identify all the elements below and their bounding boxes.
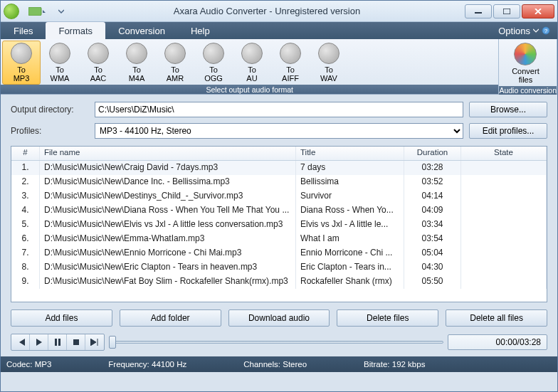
menu-files[interactable]: Files (1, 22, 46, 39)
next-icon (90, 339, 99, 346)
cell-file: D:\Music\Music\New\Dance Inc. - Bellissi… (40, 175, 296, 189)
ribbon-caption-conversion: Audio conversion (499, 86, 557, 95)
qat-customize[interactable] (53, 6, 69, 16)
output-directory-input[interactable] (95, 102, 463, 117)
ribbon-group-formats: To MP3To WMATo AACTo M4ATo AMRTo OGGTo A… (1, 39, 499, 94)
next-button[interactable] (85, 334, 104, 350)
seek-slider[interactable] (109, 334, 443, 350)
col-title[interactable]: Title (296, 147, 404, 160)
cell-file: D:\Music\Music\New\Elvis vs Jxl - A litt… (40, 218, 296, 232)
cell-n: 3. (11, 189, 40, 203)
profiles-select[interactable]: MP3 - 44100 Hz, Stereo (95, 123, 463, 139)
slider-rail (109, 341, 443, 344)
format-label: To WAV (320, 65, 337, 83)
aac-icon (88, 43, 109, 64)
ogg-icon (203, 43, 224, 64)
col-filename[interactable]: File name (40, 147, 296, 160)
cell-title: Survivor (296, 189, 404, 203)
mp3-icon (11, 43, 32, 64)
format-mp3-button[interactable]: To MP3 (2, 41, 41, 85)
browse-button[interactable]: Browse... (469, 102, 547, 117)
window-title: Axara Audio Converter - Unregistered ver… (69, 6, 465, 16)
minimize-icon (475, 9, 482, 14)
table-row[interactable]: 7.D:\Music\Music\New\Ennio Morricone - C… (11, 246, 547, 260)
cell-title: Ennio Morricone - Chi ... (296, 246, 404, 260)
format-label: To MP3 (14, 65, 30, 83)
table-row[interactable]: 3.D:\Music\Music\New\Destinys_Child_-_Su… (11, 189, 547, 203)
table-row[interactable]: 1.D:\Music\Music\New\Craig David - 7days… (11, 161, 547, 175)
table-row[interactable]: 4.D:\Music\Music\New\Diana Ross - When Y… (11, 203, 547, 218)
cell-file: D:\Music\Music\New\Fat Boy Slim - Rockaf… (40, 275, 296, 289)
chevron-down-icon (533, 28, 539, 33)
cell-state (461, 189, 547, 203)
menubar: FilesFormatsConversionHelp Options ? (1, 22, 557, 39)
convert-icon (514, 43, 537, 65)
pause-button[interactable] (48, 334, 67, 350)
cell-dur: 05:04 (404, 246, 461, 260)
prev-button[interactable] (11, 334, 30, 350)
format-amr-button[interactable]: To AMR (156, 41, 194, 85)
cell-file: D:\Music\Music\New\Craig David - 7days.m… (40, 161, 296, 175)
cell-file: D:\Music\Music\New\Destinys_Child_-_Surv… (40, 189, 296, 203)
format-label: To WMA (51, 65, 70, 83)
format-aac-button[interactable]: To AAC (79, 41, 117, 85)
cell-title: Elvis vs Jxl - A little le... (296, 218, 404, 232)
wma-icon (49, 43, 70, 64)
au-icon (241, 43, 263, 64)
play-button[interactable] (30, 334, 48, 350)
table-row[interactable]: 5.D:\Music\Music\New\Elvis vs Jxl - A li… (11, 218, 547, 232)
menu-conversion[interactable]: Conversion (105, 22, 178, 39)
menu-help[interactable]: Help (178, 22, 223, 39)
cell-title: 7 days (296, 161, 404, 175)
menu-formats[interactable]: Formats (46, 22, 105, 39)
format-m4a-button[interactable]: To M4A (117, 41, 156, 85)
table-row[interactable]: 6.D:\Music\Music\New\Emma-WhatIam.mp3Wha… (11, 232, 547, 246)
options-label: Options (498, 26, 530, 36)
table-row[interactable]: 9.D:\Music\Music\New\Fat Boy Slim - Rock… (11, 275, 547, 289)
cell-title: Diana Ross - When Yo... (296, 203, 404, 218)
table-row[interactable]: 2.D:\Music\Music\New\Dance Inc. - Bellis… (11, 175, 547, 189)
add-files-button[interactable]: Add files (11, 309, 112, 327)
col-duration[interactable]: Duration (404, 147, 461, 160)
format-wav-button[interactable]: To WAV (310, 41, 348, 85)
close-icon (535, 9, 542, 14)
close-button[interactable] (522, 4, 554, 18)
qat-dropdown[interactable] (23, 5, 51, 18)
slider-thumb[interactable] (109, 336, 116, 349)
cell-file: D:\Music\Music\New\Ennio Morricone - Chi… (40, 246, 296, 260)
delete-files-button[interactable]: Delete files (337, 309, 438, 327)
stop-button[interactable] (67, 334, 85, 350)
cell-n: 7. (11, 246, 40, 260)
cell-state (461, 175, 547, 189)
format-ogg-button[interactable]: To OGG (194, 41, 233, 85)
delete-all-files-button[interactable]: Delete all files (446, 309, 547, 327)
format-wma-button[interactable]: To WMA (41, 41, 79, 85)
table-row[interactable]: 8.D:\Music\Music\New\Eric Clapton - Tear… (11, 260, 547, 275)
convert-files-button[interactable]: Convert files (500, 41, 550, 86)
cell-state (461, 275, 547, 289)
col-number[interactable]: # (11, 147, 40, 160)
cell-n: 1. (11, 161, 40, 175)
svg-text:?: ? (544, 28, 548, 34)
wav-icon (318, 43, 339, 64)
add-folder-button[interactable]: Add folder (120, 309, 221, 327)
ribbon-group-conversion: Convert files Audio conversion (499, 39, 557, 94)
format-au-button[interactable]: To AU (233, 41, 271, 85)
download-audio-button[interactable]: Download audio (228, 309, 330, 327)
maximize-button[interactable] (493, 4, 520, 18)
edit-profiles-button[interactable]: Edit profiles... (469, 123, 547, 139)
format-aiff-button[interactable]: To AIFF (271, 41, 310, 85)
cell-dur: 04:30 (404, 260, 461, 275)
cell-title: Eric Clapton - Tears in... (296, 260, 404, 275)
col-state[interactable]: State (461, 147, 547, 160)
cell-state (461, 246, 547, 260)
svg-rect-7 (73, 339, 79, 345)
action-row: Add files Add folder Download audio Dele… (1, 308, 557, 334)
cell-dur: 04:14 (404, 189, 461, 203)
cell-n: 2. (11, 175, 40, 189)
m4a-icon (126, 43, 147, 64)
options-menu[interactable]: Options ? (491, 22, 557, 39)
cell-n: 8. (11, 260, 40, 275)
svg-rect-2 (503, 9, 510, 14)
minimize-button[interactable] (465, 4, 492, 18)
